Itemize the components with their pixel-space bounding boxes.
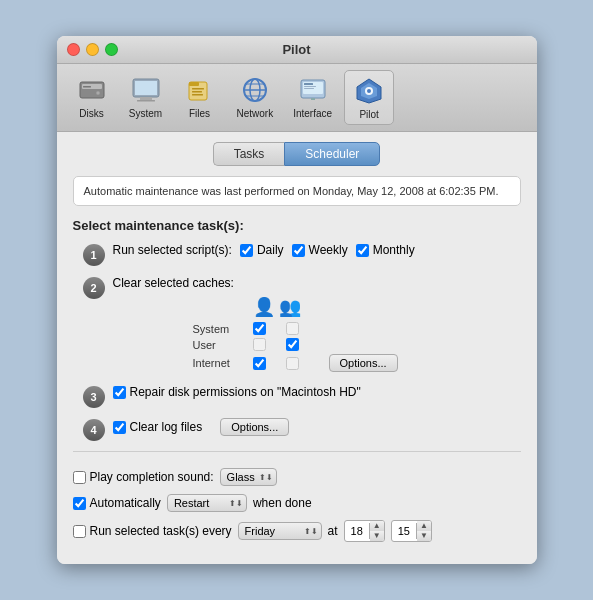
auto-text: Automatically: [90, 496, 161, 510]
task-3-label: Repair disk permissions on "Macintosh HD…: [130, 385, 361, 399]
monthly-checkbox[interactable]: [356, 244, 369, 257]
svg-rect-5: [135, 81, 157, 95]
minute-up[interactable]: ▲: [417, 521, 431, 531]
group-icon: 👥: [279, 296, 301, 318]
user-cache-checks: [253, 338, 299, 351]
task-4-checkbox-label[interactable]: Clear log files: [113, 420, 203, 434]
toolbar-item-network[interactable]: Network: [229, 70, 282, 125]
bottom-section: Play completion sound: Glass Basso Blow …: [73, 462, 521, 542]
toolbar-item-files[interactable]: Files: [175, 70, 225, 125]
internet-cache-label: Internet: [193, 357, 253, 369]
task-3-checkbox-label[interactable]: Repair disk permissions on "Macintosh HD…: [113, 385, 521, 399]
svg-rect-20: [304, 83, 313, 85]
svg-point-27: [367, 89, 371, 93]
task-4-content: Clear log files Options...: [113, 418, 521, 436]
svg-rect-9: [189, 82, 199, 86]
run-task-checkbox[interactable]: [73, 525, 86, 538]
main-window: Pilot Disks: [57, 36, 537, 564]
section-title: Select maintenance task(s):: [73, 218, 521, 233]
internet-options-button[interactable]: Options...: [329, 354, 398, 372]
task-1-content: Run selected script(s): Daily Weekly Mon…: [113, 243, 521, 257]
toolbar-item-interface[interactable]: Interface: [285, 70, 340, 125]
auto-row: Automatically Restart Sleep Shut Down Lo…: [73, 494, 521, 512]
task-number-3: 3: [83, 386, 105, 408]
weekly-checkbox-label[interactable]: Weekly: [292, 243, 348, 257]
internet-col2-checkbox[interactable]: [286, 357, 299, 370]
auto-checkbox-label[interactable]: Automatically: [73, 496, 161, 510]
info-text: Automatic maintenance was last performed…: [84, 185, 499, 197]
run-task-text: Run selected task(s) every: [90, 524, 232, 538]
system-col1-checkbox[interactable]: [253, 322, 266, 335]
svg-rect-6: [140, 97, 152, 100]
svg-rect-12: [192, 94, 203, 96]
day-select[interactable]: Friday Monday Tuesday Wednesday Thursday…: [238, 522, 322, 540]
svg-rect-3: [83, 86, 91, 88]
daily-checkbox[interactable]: [240, 244, 253, 257]
at-label: at: [328, 524, 338, 538]
toolbar: Disks System: [57, 64, 537, 132]
play-sound-checkbox[interactable]: [73, 471, 86, 484]
clear-log-checkbox[interactable]: [113, 421, 126, 434]
toolbar-item-pilot[interactable]: Pilot: [344, 70, 394, 125]
titlebar: Pilot: [57, 36, 537, 64]
action-select-wrapper: Restart Sleep Shut Down Log Out: [167, 494, 247, 512]
task-3-content: Repair disk permissions on "Macintosh HD…: [113, 385, 521, 399]
internet-col1-checkbox[interactable]: [253, 357, 266, 370]
toolbar-item-disks[interactable]: Disks: [67, 70, 117, 125]
minute-value: 15: [392, 523, 417, 539]
play-sound-text: Play completion sound:: [90, 470, 214, 484]
play-sound-label[interactable]: Play completion sound:: [73, 470, 214, 484]
task-number-1: 1: [83, 244, 105, 266]
hour-up[interactable]: ▲: [370, 521, 384, 531]
hour-down[interactable]: ▼: [370, 531, 384, 541]
system-col2-checkbox[interactable]: [286, 322, 299, 335]
sound-select[interactable]: Glass Basso Blow Bottle: [220, 468, 277, 486]
task-4-label: Clear log files: [130, 420, 203, 434]
tab-bar: Tasks Scheduler: [73, 142, 521, 166]
divider: [73, 451, 521, 452]
caches-grid: 👤 👥 System User: [193, 296, 521, 372]
weekly-checkbox[interactable]: [292, 244, 305, 257]
user-cache-label: User: [193, 339, 253, 351]
when-done-text: when done: [253, 496, 312, 510]
interface-label: Interface: [293, 108, 332, 119]
content-area: Tasks Scheduler Automatic maintenance wa…: [57, 132, 537, 564]
disks-label: Disks: [79, 108, 103, 119]
cache-header: 👤 👥: [193, 296, 521, 318]
action-select[interactable]: Restart Sleep Shut Down Log Out: [167, 494, 247, 512]
internet-cache-checks: Options...: [253, 354, 398, 372]
task-1-label-row: Run selected script(s): Daily Weekly Mon…: [113, 243, 521, 257]
user-col1-checkbox[interactable]: [253, 338, 266, 351]
task-2-label: Clear selected caches:: [113, 276, 234, 290]
tab-scheduler[interactable]: Scheduler: [284, 142, 380, 166]
maximize-button[interactable]: [105, 43, 118, 56]
monthly-checkbox-label[interactable]: Monthly: [356, 243, 415, 257]
minimize-button[interactable]: [86, 43, 99, 56]
task-number-4: 4: [83, 419, 105, 441]
daily-checkbox-label[interactable]: Daily: [240, 243, 284, 257]
system-cache-checks: [253, 322, 299, 335]
network-icon: [239, 74, 271, 106]
monthly-label: Monthly: [373, 243, 415, 257]
task-2-label-row: Clear selected caches:: [113, 276, 521, 290]
minute-down[interactable]: ▼: [417, 531, 431, 541]
window-controls: [67, 43, 118, 56]
svg-point-2: [96, 91, 100, 95]
log-options-button[interactable]: Options...: [220, 418, 289, 436]
cache-row-user: User: [193, 338, 521, 351]
tab-tasks[interactable]: Tasks: [213, 142, 285, 166]
auto-checkbox[interactable]: [73, 497, 86, 510]
disk-icon: [76, 74, 108, 106]
svg-rect-11: [192, 91, 202, 93]
network-label: Network: [237, 108, 274, 119]
user-col2-checkbox[interactable]: [286, 338, 299, 351]
task-row-2: 2 Clear selected caches: 👤 👥 System: [73, 276, 521, 375]
close-button[interactable]: [67, 43, 80, 56]
files-label: Files: [189, 108, 210, 119]
minute-arrows: ▲ ▼: [417, 521, 431, 541]
repair-disk-checkbox[interactable]: [113, 386, 126, 399]
task-2-content: Clear selected caches: 👤 👥 System: [113, 276, 521, 375]
toolbar-item-system[interactable]: System: [121, 70, 171, 125]
sound-select-wrapper: Glass Basso Blow Bottle: [220, 468, 277, 486]
run-task-checkbox-label[interactable]: Run selected task(s) every: [73, 524, 232, 538]
